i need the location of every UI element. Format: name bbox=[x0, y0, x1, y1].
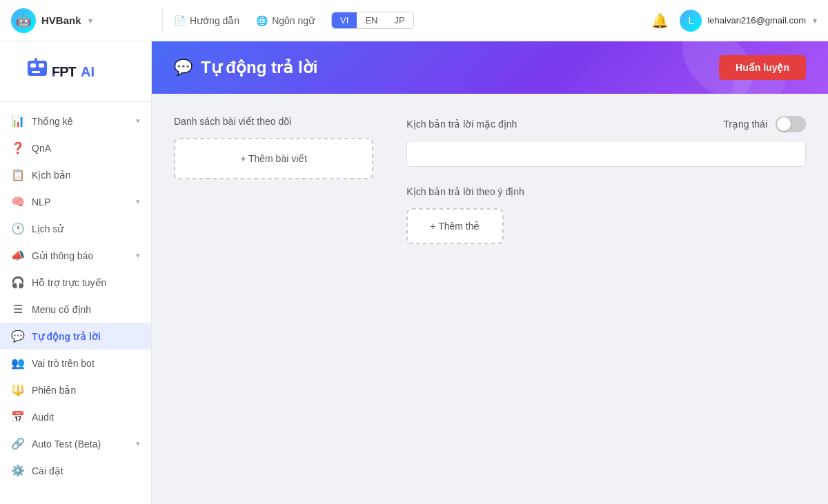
user-email: lehaivan216@gmail.com bbox=[707, 15, 806, 26]
svg-text:AI: AI bbox=[81, 64, 95, 79]
script-input[interactable] bbox=[406, 141, 806, 167]
language-label: Ngôn ngữ bbox=[272, 15, 315, 26]
role-icon: 👥 bbox=[11, 356, 25, 370]
default-script-header: Kịch bản trả lời mặc định Trạng thái bbox=[406, 116, 806, 132]
add-post-button[interactable]: + Thêm bài viết bbox=[174, 138, 373, 179]
status-label: Trạng thái bbox=[723, 119, 767, 130]
add-tag-button[interactable]: + Thêm thẻ bbox=[406, 208, 503, 244]
sidebar-item-auto-test[interactable]: 🔗 Auto Test (Beta) ▾ bbox=[0, 430, 151, 457]
sidebar-item-cai-dat[interactable]: ⚙️ Cài đặt bbox=[0, 457, 151, 484]
sidebar-label-audit: Audit bbox=[32, 412, 140, 423]
bot-icon: 🤖 bbox=[11, 8, 36, 33]
sidebar-item-vai-tro[interactable]: 👥 Vai trò trên bot bbox=[0, 350, 151, 376]
status-toggle[interactable] bbox=[776, 116, 806, 132]
sidebar-item-lich-su[interactable]: 🕐 Lịch sử bbox=[0, 215, 151, 242]
default-script-section: Kịch bản trả lời mặc định Trạng thái bbox=[406, 116, 806, 167]
sidebar-label-tu-dong-tra-loi: Tự động trả lời bbox=[32, 331, 140, 342]
sidebar-logo: FPT . AI bbox=[0, 41, 151, 102]
svg-rect-4 bbox=[34, 58, 37, 61]
sidebar: FPT . AI 📊 Thống kê ▾ ❓ QnA 📋 Kịch bả bbox=[0, 41, 152, 504]
svg-text:.: . bbox=[52, 64, 56, 79]
sidebar-item-thong-ke[interactable]: 📊 Thống kê ▾ bbox=[0, 108, 151, 134]
sidebar-label-cai-dat: Cài đặt bbox=[32, 465, 140, 476]
bot-selector-chevron-icon: ▾ bbox=[88, 16, 92, 26]
auto-reply-icon: 💬 bbox=[11, 330, 25, 343]
page-title-icon: 💬 bbox=[174, 59, 193, 77]
intent-section: Kịch bản trả lời theo ý định + Thêm thẻ bbox=[406, 186, 806, 244]
sidebar-label-auto-test: Auto Test (Beta) bbox=[32, 439, 129, 450]
sidebar-label-qna: QnA bbox=[32, 143, 140, 154]
user-profile[interactable]: L lehaivan216@gmail.com ▾ bbox=[680, 10, 817, 32]
user-chevron-icon: ▾ bbox=[813, 16, 817, 26]
sidebar-label-lich-su: Lịch sử bbox=[32, 223, 140, 234]
notification-button[interactable]: 🔔 bbox=[651, 12, 669, 29]
sidebar-label-vai-tro: Vai trò trên bot bbox=[32, 358, 140, 369]
fpt-ai-logo-svg: FPT . AI bbox=[24, 52, 128, 90]
avatar: L bbox=[680, 10, 702, 32]
sidebar-item-kich-ban[interactable]: 📋 Kịch bản bbox=[0, 161, 151, 188]
sidebar-label-thong-ke: Thống kê bbox=[32, 116, 129, 127]
support-icon: 🎧 bbox=[11, 276, 25, 289]
svg-rect-1 bbox=[30, 63, 36, 68]
topbar-mid: 📄 Hướng dẫn 🌐 Ngôn ngữ VI EN JP bbox=[174, 12, 640, 29]
lang-jp-button[interactable]: JP bbox=[386, 12, 413, 28]
sidebar-nav: 📊 Thống kê ▾ ❓ QnA 📋 Kịch bản 🧠 NLP ▾ 🕐 … bbox=[0, 102, 151, 504]
page-title-wrap: 💬 Tự động trả lời bbox=[174, 58, 317, 77]
status-row: Trạng thái bbox=[723, 116, 806, 132]
page-body: Danh sách bài viết theo dõi + Thêm bài v… bbox=[152, 94, 828, 504]
sidebar-item-menu-co-dinh[interactable]: ☰ Menu cố định bbox=[0, 296, 151, 323]
notification-send-icon: 📣 bbox=[11, 249, 25, 262]
menu-fixed-icon: ☰ bbox=[11, 303, 25, 316]
sidebar-label-ho-tro: Hỗ trợ trực tuyến bbox=[32, 277, 140, 288]
guide-label: Hướng dẫn bbox=[190, 15, 239, 26]
chevron-autotest-icon: ▾ bbox=[136, 439, 140, 448]
stats-icon: 📊 bbox=[11, 114, 25, 128]
intent-section-title: Kịch bản trả lời theo ý định bbox=[406, 186, 806, 197]
sidebar-item-audit[interactable]: 📅 Audit bbox=[0, 403, 151, 430]
settings-icon: ⚙️ bbox=[11, 464, 25, 477]
bot-selector[interactable]: 🤖 HVBank ▾ bbox=[11, 8, 163, 33]
svg-rect-2 bbox=[39, 63, 44, 68]
sidebar-item-ho-tro[interactable]: 🎧 Hỗ trợ trực tuyến bbox=[0, 269, 151, 296]
default-script-title: Kịch bản trả lời mặc định bbox=[406, 119, 517, 130]
main-layout: FPT . AI 📊 Thống kê ▾ ❓ QnA 📋 Kịch bả bbox=[0, 41, 828, 504]
svg-rect-3 bbox=[32, 71, 40, 73]
sidebar-item-qna[interactable]: ❓ QnA bbox=[0, 134, 151, 161]
sidebar-label-menu-co-dinh: Menu cố định bbox=[32, 304, 140, 315]
sidebar-label-nlp: NLP bbox=[32, 196, 129, 208]
lang-switcher: VI EN JP bbox=[331, 12, 414, 29]
bot-name: HVBank bbox=[41, 14, 81, 26]
posts-section: Danh sách bài viết theo dõi + Thêm bài v… bbox=[174, 116, 373, 244]
language-link[interactable]: 🌐 Ngôn ngữ bbox=[256, 15, 315, 26]
autotest-icon: 🔗 bbox=[11, 437, 25, 450]
content-grid: Danh sách bài viết theo dõi + Thêm bài v… bbox=[174, 116, 806, 244]
chevron-gui-icon: ▾ bbox=[136, 251, 140, 260]
history-icon: 🕐 bbox=[11, 222, 25, 235]
lang-vi-button[interactable]: VI bbox=[332, 12, 357, 28]
train-button[interactable]: Huấn luyện bbox=[719, 55, 806, 80]
globe-icon: 🌐 bbox=[256, 15, 268, 26]
page-title: Tự động trả lời bbox=[201, 58, 317, 77]
chevron-thong-ke-icon: ▾ bbox=[136, 117, 140, 125]
content-area: 💬 Tự động trả lời Huấn luyện Danh sách b… bbox=[152, 41, 828, 504]
topbar-right: 🔔 L lehaivan216@gmail.com ▾ bbox=[651, 10, 817, 32]
audit-icon: 📅 bbox=[11, 410, 25, 423]
sidebar-item-phien-ban[interactable]: 🔱 Phiên bản bbox=[0, 376, 151, 403]
version-icon: 🔱 bbox=[11, 383, 25, 396]
guide-icon: 📄 bbox=[174, 15, 186, 26]
sidebar-label-phien-ban: Phiên bản bbox=[32, 385, 140, 396]
posts-section-title: Danh sách bài viết theo dõi bbox=[174, 116, 373, 127]
lang-en-button[interactable]: EN bbox=[357, 12, 386, 28]
qna-icon: ❓ bbox=[11, 141, 25, 154]
guide-link[interactable]: 📄 Hướng dẫn bbox=[174, 15, 239, 26]
sidebar-item-gui-thong-bao[interactable]: 📣 Gửi thông báo ▾ bbox=[0, 242, 151, 269]
sidebar-item-nlp[interactable]: 🧠 NLP ▾ bbox=[0, 188, 151, 215]
script-icon: 📋 bbox=[11, 168, 25, 181]
sidebar-item-tu-dong-tra-loi[interactable]: 💬 Tự động trả lời bbox=[0, 323, 151, 350]
svg-rect-0 bbox=[28, 61, 47, 76]
fpt-logo: FPT . AI bbox=[24, 52, 128, 90]
nlp-icon: 🧠 bbox=[11, 195, 25, 208]
sidebar-label-kich-ban: Kịch bản bbox=[32, 170, 140, 181]
sidebar-label-gui-thong-bao: Gửi thông báo bbox=[32, 250, 129, 261]
page-header: 💬 Tự động trả lời Huấn luyện bbox=[152, 41, 828, 94]
